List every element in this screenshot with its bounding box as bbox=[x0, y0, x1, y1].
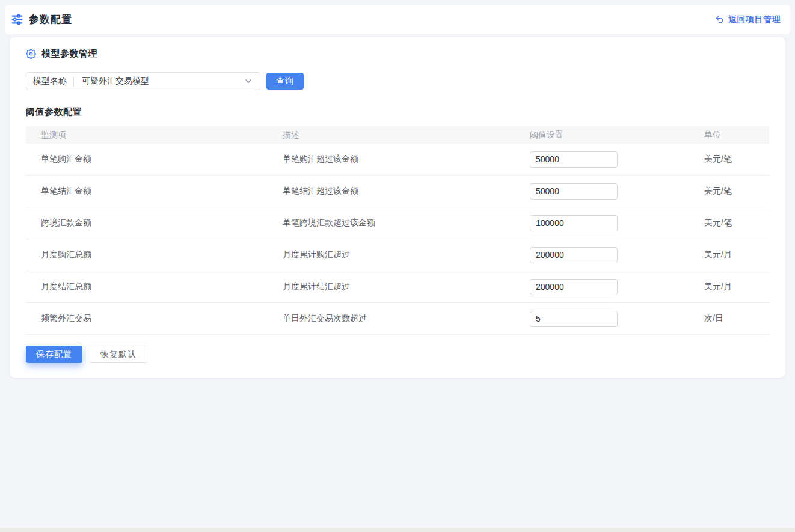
monitor-item-cell: 跨境汇款金额 bbox=[26, 207, 268, 239]
page-title-group: 参数配置 bbox=[11, 13, 72, 26]
description-cell: 单笔跨境汇款超过该金额 bbox=[268, 207, 515, 239]
table-row: 单笔购汇金额 单笔购汇超过该金额 美元/笔 bbox=[26, 144, 769, 176]
chevron-down-icon bbox=[244, 77, 260, 85]
model-section-header: 模型参数管理 bbox=[26, 48, 769, 60]
threshold-section-title: 阈值参数配置 bbox=[26, 106, 769, 118]
unit-cell: 美元/月 bbox=[689, 239, 769, 271]
table-header-row: 监测项 描述 阈值设置 单位 bbox=[26, 126, 769, 144]
action-buttons: 保存配置 恢复默认 bbox=[26, 346, 769, 363]
monitor-item-cell: 单笔购汇金额 bbox=[26, 144, 268, 176]
page-title: 参数配置 bbox=[29, 13, 72, 26]
model-select-value: 可疑外汇交易模型 bbox=[74, 76, 244, 87]
description-cell: 月度累计购汇超过 bbox=[268, 239, 515, 271]
bottom-edge-strip bbox=[0, 528, 795, 532]
top-header: 参数配置 返回项目管理 bbox=[5, 5, 790, 34]
parameter-card: 模型参数管理 模型名称 可疑外汇交易模型 查询 阈值参数配置 监测项 描述 阈值… bbox=[10, 37, 785, 378]
monitor-item-cell: 月度购汇总额 bbox=[26, 239, 268, 271]
table-row: 月度购汇总额 月度累计购汇超过 美元/月 bbox=[26, 239, 769, 271]
unit-cell: 美元/笔 bbox=[689, 144, 769, 176]
threshold-input[interactable] bbox=[530, 151, 618, 168]
table-row: 跨境汇款金额 单笔跨境汇款超过该金额 美元/笔 bbox=[26, 207, 769, 239]
column-header-item: 监测项 bbox=[26, 126, 268, 144]
unit-cell: 美元/笔 bbox=[689, 207, 769, 239]
description-cell: 单笔结汇超过该金额 bbox=[268, 176, 515, 207]
unit-cell: 次/日 bbox=[689, 303, 769, 335]
description-cell: 月度累计结汇超过 bbox=[268, 271, 515, 303]
monitor-item-cell: 频繁外汇交易 bbox=[26, 303, 268, 335]
column-header-description: 描述 bbox=[268, 126, 515, 144]
restore-default-button[interactable]: 恢复默认 bbox=[90, 346, 147, 363]
model-select-label: 模型名称 bbox=[26, 76, 73, 87]
unit-cell: 美元/月 bbox=[689, 271, 769, 303]
description-cell: 单日外汇交易次数超过 bbox=[268, 303, 515, 335]
back-to-projects-link[interactable]: 返回项目管理 bbox=[715, 14, 781, 25]
unit-cell: 美元/笔 bbox=[689, 176, 769, 207]
gear-icon bbox=[26, 49, 36, 59]
threshold-input[interactable] bbox=[530, 311, 618, 327]
threshold-input[interactable] bbox=[530, 183, 618, 200]
back-link-label: 返回项目管理 bbox=[728, 14, 781, 25]
query-button[interactable]: 查询 bbox=[266, 73, 304, 90]
model-query-row: 模型名称 可疑外汇交易模型 查询 bbox=[26, 72, 769, 90]
threshold-input[interactable] bbox=[530, 215, 618, 231]
model-section-title: 模型参数管理 bbox=[41, 48, 97, 60]
description-cell: 单笔购汇超过该金额 bbox=[268, 144, 515, 176]
column-header-threshold: 阈值设置 bbox=[515, 126, 689, 144]
table-row: 月度结汇总额 月度累计结汇超过 美元/月 bbox=[26, 271, 769, 303]
save-config-button[interactable]: 保存配置 bbox=[26, 346, 82, 363]
model-name-select[interactable]: 模型名称 可疑外汇交易模型 bbox=[26, 72, 260, 90]
return-arrow-icon bbox=[715, 15, 724, 24]
threshold-table: 监测项 描述 阈值设置 单位 单笔购汇金额 单笔购汇超过该金额 美元/笔 单笔结… bbox=[26, 126, 769, 335]
threshold-input[interactable] bbox=[530, 279, 618, 295]
monitor-item-cell: 月度结汇总额 bbox=[26, 271, 268, 303]
table-row: 单笔结汇金额 单笔结汇超过该金额 美元/笔 bbox=[26, 176, 769, 207]
threshold-input[interactable] bbox=[530, 247, 618, 263]
monitor-item-cell: 单笔结汇金额 bbox=[26, 176, 268, 207]
sliders-icon bbox=[11, 13, 23, 26]
column-header-unit: 单位 bbox=[689, 126, 769, 144]
table-row: 频繁外汇交易 单日外汇交易次数超过 次/日 bbox=[26, 303, 769, 335]
